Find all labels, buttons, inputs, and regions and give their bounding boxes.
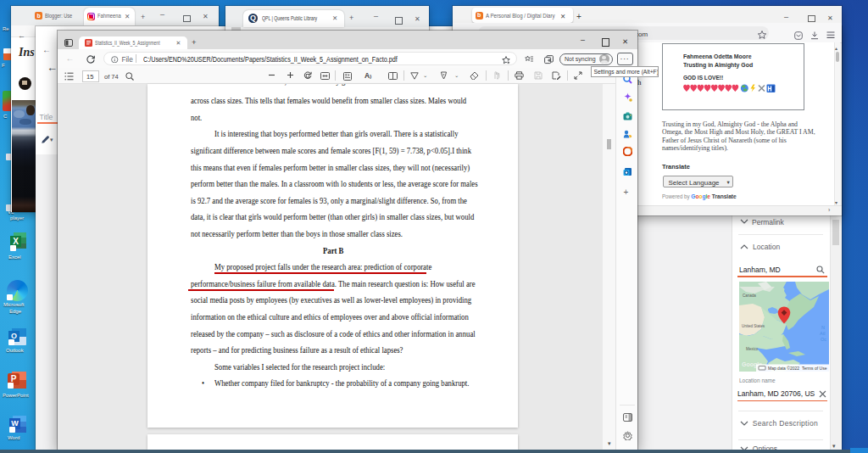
svg-text:Terms of Use: Terms of Use — [802, 365, 827, 370]
svg-text:United States: United States — [742, 324, 765, 328]
svg-text:Mexico: Mexico — [746, 347, 759, 351]
svg-text:N: N — [821, 325, 825, 330]
svg-text:Map data ©2022: Map data ©2022 — [768, 365, 799, 370]
svg-text:Oc: Oc — [821, 337, 826, 342]
svg-text:Atl: Atl — [820, 331, 825, 336]
svg-text:Canada: Canada — [743, 294, 756, 298]
